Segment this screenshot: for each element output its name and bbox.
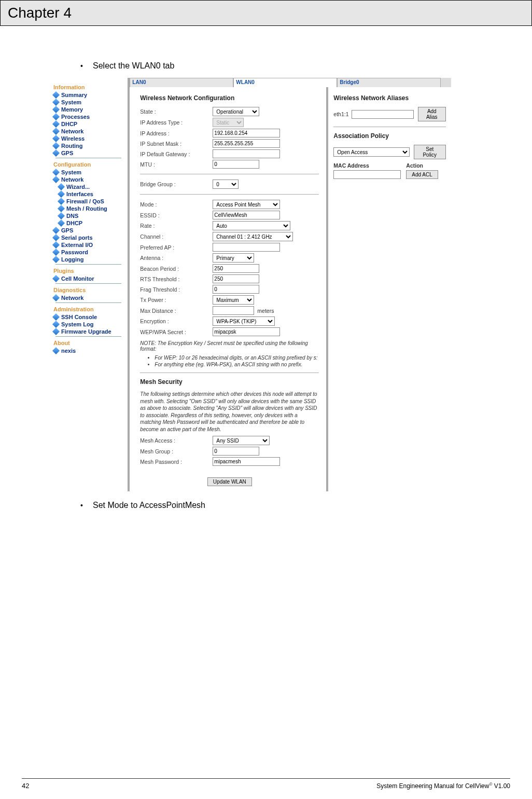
meshpw-input[interactable] <box>213 457 280 466</box>
nav-conf-mesh[interactable]: Mesh / Routing <box>52 205 124 212</box>
nav-system[interactable]: System <box>52 99 124 106</box>
nav-ssh-console[interactable]: SSH Console <box>52 313 124 321</box>
nav-diag-network[interactable]: Network <box>52 294 124 301</box>
diamond-icon <box>52 142 60 149</box>
wireless-config-column: Wireless Network Configuration State :Op… <box>130 87 328 491</box>
nav-summary[interactable]: Summary <box>52 91 124 99</box>
channel-select[interactable]: Channel 01 : 2.412 GHz <box>213 232 293 241</box>
wep-input[interactable] <box>213 327 280 336</box>
diamond-icon <box>52 328 60 335</box>
instruction-bullet-2: Set Mode to AccessPointMesh <box>80 501 480 510</box>
nav-conf-serial[interactable]: Serial ports <box>52 234 124 241</box>
mac-input[interactable] <box>333 170 401 179</box>
bridge-select[interactable]: 0 <box>213 180 239 189</box>
diamond-icon <box>52 256 60 263</box>
meshacc-select[interactable]: Any SSID <box>213 436 270 445</box>
gw-input[interactable] <box>213 149 280 158</box>
nav-conf-dns[interactable]: DNS <box>52 212 124 219</box>
nav-dhcp[interactable]: DHCP <box>52 120 124 128</box>
bridge-label: Bridge Group : <box>140 181 213 187</box>
nav-section-configuration: Configuration <box>53 161 124 168</box>
nav-memory[interactable]: Memory <box>52 106 124 113</box>
nav-system-log[interactable]: System Log <box>52 321 124 328</box>
right-column: Wireless Network Aliases eth1:1 Add Alia… <box>328 87 451 491</box>
tab-wlan0[interactable]: WLAN0 <box>233 78 337 87</box>
mac-header: MAC Address <box>333 162 406 169</box>
diamond-icon <box>58 205 65 212</box>
diamond-icon <box>58 219 65 227</box>
tab-bridge0[interactable]: Bridge0 <box>337 78 441 87</box>
nav-network[interactable]: Network <box>52 128 124 135</box>
meshgrp-label: Mesh Group : <box>140 448 213 454</box>
mtu-input[interactable] <box>213 160 259 169</box>
rts-input[interactable] <box>213 274 259 283</box>
state-label: State : <box>140 108 213 115</box>
add-acl-button[interactable]: Add ACL <box>406 170 438 179</box>
meshacc-label: Mesh Access : <box>140 437 213 444</box>
nav-conf-extio[interactable]: External I/O <box>52 241 124 249</box>
add-alias-button[interactable]: Add Alias <box>418 107 446 121</box>
nav-conf-firewall[interactable]: Firewall / QoS <box>52 198 124 205</box>
rate-select[interactable]: Auto <box>213 221 290 230</box>
mask-input[interactable] <box>213 139 280 148</box>
diamond-icon <box>52 275 60 282</box>
essid-input[interactable] <box>213 211 280 219</box>
prefap-label: Preferred AP : <box>140 244 213 251</box>
instruction-text-1: Select the WLAN0 tab <box>93 61 174 71</box>
nav-routing[interactable]: Routing <box>52 142 124 149</box>
nav-nexis[interactable]: nexis <box>52 347 124 354</box>
gw-label: IP Default Gateway : <box>140 151 213 157</box>
nav-conf-network[interactable]: Network <box>52 176 124 183</box>
mtu-label: MTU : <box>140 161 213 168</box>
meshgrp-input[interactable] <box>213 447 259 456</box>
diamond-icon <box>52 176 60 183</box>
nav-conf-password[interactable]: Password <box>52 249 124 256</box>
tab-lan0[interactable]: LAN0 <box>130 78 233 87</box>
diamond-icon <box>58 212 65 219</box>
nav-firmware-upgrade[interactable]: Firmware Upgrade <box>52 328 124 335</box>
nav-conf-dhcp[interactable]: DHCP <box>52 219 124 227</box>
nav-wireless[interactable]: Wireless <box>52 135 124 142</box>
page-number: 42 <box>22 782 29 790</box>
main-panel: LAN0 WLAN0 Bridge0 Wireless Network Conf… <box>130 78 451 491</box>
frag-input[interactable] <box>213 285 259 294</box>
nav-conf-gps[interactable]: GPS <box>52 227 124 234</box>
nav-processes[interactable]: Processes <box>52 113 124 120</box>
nav-conf-logging[interactable]: Logging <box>52 256 124 263</box>
action-header: Action <box>406 162 423 169</box>
rts-label: RTS Threshold : <box>140 276 213 282</box>
diamond-icon <box>52 169 60 176</box>
nav-cell-monitor[interactable]: Cell Monitor <box>52 275 124 282</box>
rate-label: Rate : <box>140 223 213 229</box>
txp-select[interactable]: Maximum <box>213 295 254 305</box>
diamond-icon <box>52 113 60 120</box>
tab-bar: LAN0 WLAN0 Bridge0 <box>130 78 451 87</box>
update-wlan-button[interactable]: Update WLAN <box>207 477 252 486</box>
nav-conf-interfaces[interactable]: Interfaces <box>52 190 124 198</box>
footer-right: System Engineering Manual for CellView© … <box>376 782 510 790</box>
maxd-input[interactable] <box>213 306 254 315</box>
enc-label: Encryption : <box>140 318 213 324</box>
antenna-select[interactable]: Primary <box>213 253 254 263</box>
alias-input[interactable] <box>352 110 414 119</box>
diamond-icon <box>52 241 60 249</box>
nav-conf-system[interactable]: System <box>52 169 124 176</box>
diamond-icon <box>52 149 60 157</box>
enc-select[interactable]: WPA-PSK (TKIP) <box>213 316 275 326</box>
diamond-icon <box>52 313 60 321</box>
state-select[interactable]: Operational <box>213 107 259 116</box>
ip-input[interactable] <box>213 129 280 137</box>
aliases-heading: Wireless Network Aliases <box>333 94 446 102</box>
set-policy-button[interactable]: Set Policy <box>414 145 446 159</box>
mode-select[interactable]: Access Point Mesh <box>213 200 280 209</box>
prefap-input[interactable] <box>213 243 280 252</box>
eth-label: eth1:1 <box>333 111 351 117</box>
beacon-input[interactable] <box>213 264 259 273</box>
nav-conf-wizard[interactable]: Wizard... <box>52 183 124 190</box>
policy-select[interactable]: Open Access <box>333 147 409 157</box>
diamond-icon <box>52 294 60 301</box>
channel-label: Channel : <box>140 233 213 240</box>
nav-gps[interactable]: GPS <box>52 149 124 157</box>
essid-label: ESSID : <box>140 212 213 218</box>
maxd-label: Max Distance : <box>140 308 213 314</box>
